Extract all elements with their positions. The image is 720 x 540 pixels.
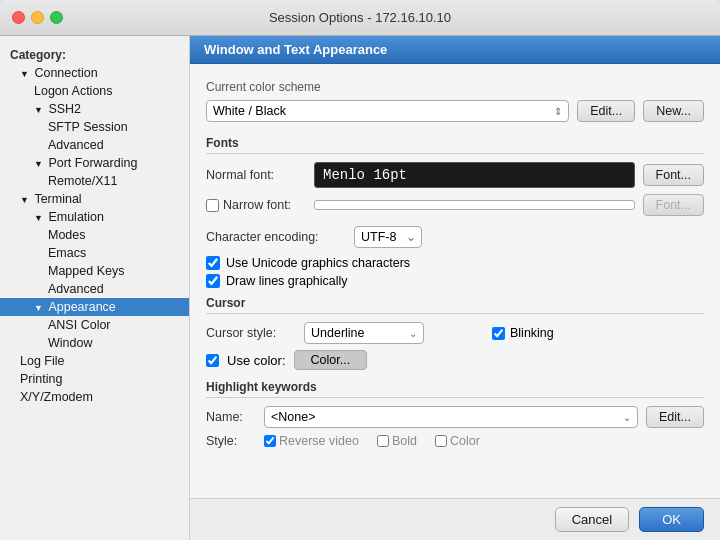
color-scheme-row: White / Black ⇕ Edit... New... — [206, 100, 704, 122]
color-picker-button[interactable]: Color... — [294, 350, 368, 370]
draw-lines-checkbox[interactable] — [206, 274, 220, 288]
sidebar-item-terminal-advanced[interactable]: Advanced — [0, 280, 189, 298]
panel-body: Current color scheme White / Black ⇕ Edi… — [190, 64, 720, 498]
bold-option: Bold — [377, 434, 417, 448]
titlebar: Session Options - 172.16.10.10 — [0, 0, 720, 36]
ok-button[interactable]: OK — [639, 507, 704, 532]
content-area: Category: ▼ Connection Logon Actions ▼ S… — [0, 36, 720, 540]
chevron-down-icon: ▼ — [34, 105, 43, 115]
normal-font-label: Normal font: — [206, 168, 306, 182]
bold-checkbox[interactable] — [377, 435, 389, 447]
encoding-select[interactable]: UTF-8 — [354, 226, 422, 248]
sidebar-item-label: Advanced — [48, 138, 104, 152]
unicode-graphics-label: Use Unicode graphics characters — [226, 256, 410, 270]
sidebar-item-logon-actions[interactable]: Logon Actions — [0, 82, 189, 100]
encoding-select-wrapper: UTF-8 — [354, 226, 422, 248]
sidebar-item-label: X/Y/Zmodem — [20, 390, 93, 404]
sidebar-item-ansi-color[interactable]: ANSI Color — [0, 316, 189, 334]
sidebar-item-ssh2-advanced[interactable]: Advanced — [0, 136, 189, 154]
sidebar-item-label: Window — [48, 336, 92, 350]
sidebar-item-window[interactable]: Window — [0, 334, 189, 352]
chevron-down-icon: ▼ — [34, 159, 43, 169]
sidebar-item-emacs[interactable]: Emacs — [0, 244, 189, 262]
fonts-section: Fonts Normal font: Menlo 16pt Font... Na… — [206, 136, 704, 216]
color-checkbox[interactable] — [435, 435, 447, 447]
color-scheme-select[interactable]: White / Black ⇕ — [206, 100, 569, 122]
highlight-section: Highlight keywords Name: <None> ⌄ Edit..… — [206, 380, 704, 448]
narrow-font-display — [314, 200, 635, 210]
narrow-font-checkbox[interactable] — [206, 199, 219, 212]
unicode-graphics-checkbox[interactable] — [206, 256, 220, 270]
edit-color-scheme-button[interactable]: Edit... — [577, 100, 635, 122]
color-scheme-value: White / Black — [213, 104, 286, 118]
sidebar-item-appearance[interactable]: ▼ Appearance — [0, 298, 189, 316]
color-option: Color — [435, 434, 480, 448]
chevron-down-icon: ▼ — [34, 303, 43, 313]
minimize-button[interactable] — [31, 11, 44, 24]
use-color-checkbox[interactable] — [206, 354, 219, 367]
sidebar-item-emulation[interactable]: ▼ Emulation — [0, 208, 189, 226]
stepper-icon: ⇕ — [554, 106, 562, 117]
bottom-bar: Cancel OK — [190, 498, 720, 540]
highlight-edit-button[interactable]: Edit... — [646, 406, 704, 428]
cancel-button[interactable]: Cancel — [555, 507, 629, 532]
highlight-style-row: Style: Reverse video Bold Color — [206, 434, 704, 448]
color-label: Color — [450, 434, 480, 448]
sidebar-item-ssh2[interactable]: ▼ SSH2 — [0, 100, 189, 118]
cursor-section: Cursor Cursor style: Underline ⌄ Blinkin… — [206, 296, 704, 370]
sidebar-item-connection[interactable]: ▼ Connection — [0, 64, 189, 82]
draw-lines-label: Draw lines graphically — [226, 274, 348, 288]
bold-label: Bold — [392, 434, 417, 448]
chevron-down-icon: ▼ — [20, 69, 29, 79]
window-title: Session Options - 172.16.10.10 — [269, 10, 451, 25]
highlight-name-value: <None> — [271, 410, 315, 424]
sidebar-item-modes[interactable]: Modes — [0, 226, 189, 244]
highlight-name-select[interactable]: <None> ⌄ — [264, 406, 638, 428]
sidebar-item-terminal[interactable]: ▼ Terminal — [0, 190, 189, 208]
chevron-down-icon: ⌄ — [623, 412, 631, 423]
narrow-font-button[interactable]: Font... — [643, 194, 704, 216]
sidebar-item-label: Emacs — [48, 246, 86, 260]
sidebar-item-label: SSH2 — [48, 102, 81, 116]
sidebar-item-xyz-modem[interactable]: X/Y/Zmodem — [0, 388, 189, 406]
normal-font-button[interactable]: Font... — [643, 164, 704, 186]
cursor-style-select[interactable]: Underline ⌄ — [304, 322, 424, 344]
sidebar-item-sftp-session[interactable]: SFTP Session — [0, 118, 189, 136]
sidebar-item-label: Emulation — [48, 210, 104, 224]
sidebar-item-printing[interactable]: Printing — [0, 370, 189, 388]
new-color-scheme-button[interactable]: New... — [643, 100, 704, 122]
maximize-button[interactable] — [50, 11, 63, 24]
close-button[interactable] — [12, 11, 25, 24]
sidebar-item-label: Appearance — [48, 300, 115, 314]
draw-lines-row: Draw lines graphically — [206, 274, 704, 288]
sidebar-item-log-file[interactable]: Log File — [0, 352, 189, 370]
sidebar-item-remote-x11[interactable]: Remote/X11 — [0, 172, 189, 190]
highlight-name-label: Name: — [206, 410, 256, 424]
sidebar-item-label: Port Forwarding — [48, 156, 137, 170]
cursor-style-label: Cursor style: — [206, 326, 296, 340]
chevron-down-icon: ⌄ — [409, 328, 417, 339]
sidebar-item-label: Log File — [20, 354, 64, 368]
cursor-section-label: Cursor — [206, 296, 704, 314]
narrow-font-row: Narrow font: Font... — [206, 194, 704, 216]
sidebar-item-label: Terminal — [34, 192, 81, 206]
reverse-video-option: Reverse video — [264, 434, 359, 448]
unicode-graphics-row: Use Unicode graphics characters — [206, 256, 704, 270]
use-color-label: Use color: — [227, 353, 286, 368]
sidebar-item-mapped-keys[interactable]: Mapped Keys — [0, 262, 189, 280]
cursor-style-row: Cursor style: Underline ⌄ Blinking — [206, 322, 704, 344]
blinking-checkbox[interactable] — [492, 327, 505, 340]
sidebar-item-port-forwarding[interactable]: ▼ Port Forwarding — [0, 154, 189, 172]
normal-font-row: Normal font: Menlo 16pt Font... — [206, 162, 704, 188]
style-label: Style: — [206, 434, 256, 448]
narrow-font-label: Narrow font: — [223, 198, 291, 212]
reverse-video-checkbox[interactable] — [264, 435, 276, 447]
category-label: Category: — [0, 44, 189, 64]
cursor-style-value: Underline — [311, 326, 365, 340]
sidebar-item-label: Logon Actions — [34, 84, 113, 98]
highlight-name-row: Name: <None> ⌄ Edit... — [206, 406, 704, 428]
encoding-row: Character encoding: UTF-8 — [206, 226, 704, 248]
settings-panel: Window and Text Appearance Current color… — [190, 36, 720, 540]
sidebar-item-label: SFTP Session — [48, 120, 128, 134]
sidebar-item-label: Advanced — [48, 282, 104, 296]
